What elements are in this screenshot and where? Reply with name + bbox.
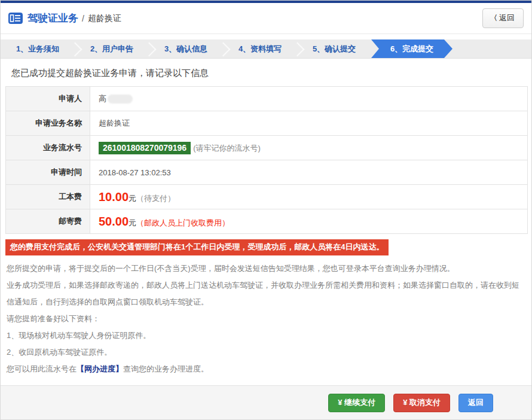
note-paragraph: 1、现场核对机动车驾驶人身份证明原件。 xyxy=(7,327,525,344)
chevron-left-icon: 〈 xyxy=(490,14,497,22)
warning-wrap: 您的费用支付完成后，公安机关交通管理部门将在1个工作日内受理，受理成功后，邮政人… xyxy=(5,239,527,255)
header: 驾驶证业务 / 超龄换证 〈返回 xyxy=(1,3,531,34)
applicant-label: 申请人 xyxy=(6,87,90,111)
continue-payment-button[interactable]: ¥ 继续支付 xyxy=(328,394,385,412)
note-paragraph: 请您提前准备好以下资料： xyxy=(7,311,525,327)
step-2-user-declaration[interactable]: 2、用户申告 xyxy=(75,39,149,58)
notes-section: 您所提交的申请，将于提交后的一个工作日(不含当天)受理，届时会发送短信告知受理结… xyxy=(7,260,525,378)
breadcrumb-current: 超龄换证 xyxy=(88,13,121,24)
table-row-applicant: 申请人 高 xyxy=(6,87,528,111)
payment-warning-banner: 您的费用支付完成后，公安机关交通管理部门将在1个工作日内受理，受理成功后，邮政人… xyxy=(5,239,389,255)
license-card-icon xyxy=(8,13,23,24)
cancel-payment-button[interactable]: ¥ 取消支付 xyxy=(393,394,450,412)
work-fee-value: 10.00元（待支付） xyxy=(90,185,528,209)
step-4-fill-materials[interactable]: 4、资料填写 xyxy=(223,39,297,58)
service-name-label: 申请业务名称 xyxy=(6,111,90,136)
serial-number-label: 业务流水号 xyxy=(6,136,90,160)
redacted-name-blob xyxy=(108,95,133,104)
step-6-complete-submit[interactable]: 6、完成提交 xyxy=(371,39,452,58)
service-name-value: 超龄换证 xyxy=(90,111,528,136)
work-fee-label: 工本费 xyxy=(6,185,90,209)
work-fee-amount: 10.00 xyxy=(99,190,129,203)
serial-number-badge: 261001808270079196 xyxy=(99,142,191,154)
progress-query-note: 您可以用此流水号在【网办进度】查询您的业务办理进度。 xyxy=(7,361,525,378)
table-row-serial-number: 业务流水号 261001808270079196(请牢记你的流水号) xyxy=(6,136,528,160)
table-row-work-fee: 工本费 10.00元（待支付） xyxy=(6,185,528,209)
footer-action-bar: ¥ 继续支付 ¥ 取消支付 返回 xyxy=(1,385,531,419)
application-info-table: 申请人 高 申请业务名称 超龄换证 业务流水号 2610018082700791… xyxy=(5,86,528,234)
online-progress-link[interactable]: 【网办进度】 xyxy=(77,364,123,373)
serial-number-note: (请牢记你的流水号) xyxy=(193,144,261,153)
postage-fee-unit: 元 xyxy=(129,218,136,227)
page: 驾驶证业务 / 超龄换证 〈返回 1、业务须知 2、用户申告 3、确认信息 4、… xyxy=(0,0,532,420)
note-paragraph: 您所提交的申请，将于提交后的一个工作日(不含当天)受理，届时会发送短信告知受理结… xyxy=(7,260,525,277)
step-wizard-bar: 1、业务须知 2、用户申告 3、确认信息 4、资料填写 5、确认提交 6、完成提… xyxy=(1,39,531,59)
apply-time-value: 2018-08-27 13:02:53 xyxy=(90,160,528,185)
note-paragraph: 2、收回原机动车驾驶证原件。 xyxy=(7,344,525,361)
page-title: 驾驶证业务 xyxy=(27,11,78,25)
return-button[interactable]: 返回 xyxy=(458,394,493,412)
header-back-label: 返回 xyxy=(499,13,515,22)
table-row-service-name: 申请业务名称 超龄换证 xyxy=(6,111,528,136)
applicant-value: 高 xyxy=(90,87,528,111)
success-message: 您已成功提交超龄换证业务申请，请记录以下信息 xyxy=(11,68,521,79)
work-fee-unit: 元 xyxy=(129,194,136,203)
apply-time-label: 申请时间 xyxy=(6,160,90,185)
work-fee-note: （待支付） xyxy=(136,194,175,203)
note-paragraph: 业务成功受理后，如果选择邮政寄递的，邮政人员将上门送达机动车驾驶证，并收取办理业… xyxy=(7,277,525,311)
postage-fee-label: 邮寄费 xyxy=(6,209,90,234)
table-row-apply-time: 申请时间 2018-08-27 13:02:53 xyxy=(6,160,528,185)
applicant-name: 高 xyxy=(99,94,106,103)
serial-number-value: 261001808270079196(请牢记你的流水号) xyxy=(90,136,528,160)
progress-note-prefix: 您可以用此流水号在 xyxy=(7,364,77,373)
step-5-confirm-submit[interactable]: 5、确认提交 xyxy=(297,39,371,58)
postage-fee-amount: 50.00 xyxy=(99,215,129,228)
step-3-confirm-info[interactable]: 3、确认信息 xyxy=(149,39,223,58)
breadcrumb-separator: / xyxy=(82,14,84,23)
postage-fee-value: 50.00元（邮政人员上门收取费用） xyxy=(90,209,528,234)
progress-note-suffix: 查询您的业务办理进度。 xyxy=(123,364,209,373)
step-1-business-notice[interactable]: 1、业务须知 xyxy=(1,39,75,58)
header-back-button[interactable]: 〈返回 xyxy=(482,8,524,28)
table-row-postage-fee: 邮寄费 50.00元（邮政人员上门收取费用） xyxy=(6,209,528,234)
postage-fee-note: （邮政人员上门收取费用） xyxy=(136,218,230,227)
